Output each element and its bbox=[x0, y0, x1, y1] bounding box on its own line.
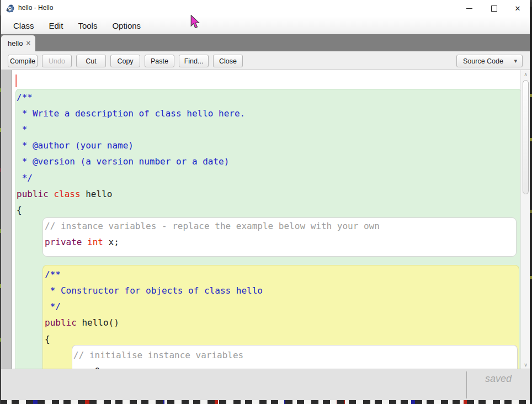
breakpoint-gutter[interactable] bbox=[1, 70, 12, 369]
tab-hello[interactable]: hello ✕ bbox=[1, 35, 35, 51]
code-line[interactable]: // instance variables - replace the exam… bbox=[45, 218, 380, 234]
code-segment: class bbox=[54, 189, 86, 199]
code-segment: * Constructor for objects of class hello bbox=[45, 285, 263, 296]
menu-tools[interactable]: Tools bbox=[78, 21, 97, 30]
code-line[interactable]: private int x; bbox=[45, 234, 119, 250]
close-window-button[interactable]: ✕ bbox=[509, 0, 526, 17]
scroll-down-icon[interactable]: ∨ bbox=[521, 361, 530, 368]
code-segment: hello() bbox=[82, 317, 119, 328]
maximize-button[interactable] bbox=[485, 0, 503, 17]
menu-edit[interactable]: Edit bbox=[49, 21, 63, 30]
minimize-icon bbox=[466, 8, 472, 9]
code-line[interactable]: * @version (a version number or a date) bbox=[17, 153, 229, 169]
cut-button[interactable]: Cut bbox=[76, 55, 106, 67]
scrollbar-thumb[interactable] bbox=[523, 80, 529, 194]
code-segment: * @author (your name) bbox=[17, 140, 134, 151]
code-segment: // instance variables - replace the exam… bbox=[45, 221, 380, 231]
code-editor[interactable]: /** * Write a description of class hello… bbox=[1, 70, 530, 369]
menu-options[interactable]: Options bbox=[112, 21, 141, 30]
window-title: hello - Hello bbox=[18, 4, 53, 12]
code-segment: public bbox=[17, 189, 54, 199]
code-line[interactable]: { bbox=[17, 202, 22, 218]
code-segment: int bbox=[87, 237, 109, 247]
status-bar: saved bbox=[1, 369, 530, 400]
minimize-button[interactable] bbox=[460, 0, 478, 17]
find-button[interactable]: Find... bbox=[179, 55, 209, 67]
bluej-app-icon bbox=[6, 4, 15, 13]
code-segment: { bbox=[17, 205, 22, 215]
code-segment: /** bbox=[45, 269, 61, 280]
code-segment: private bbox=[45, 237, 87, 247]
copy-button[interactable]: Copy bbox=[110, 55, 140, 67]
scroll-up-icon[interactable]: ∧ bbox=[521, 71, 530, 78]
code-line[interactable]: */ bbox=[45, 299, 61, 315]
compile-button[interactable]: Compile bbox=[8, 55, 38, 67]
code-segment: public bbox=[45, 317, 82, 328]
bluej-editor-window: hello - Hello ✕ Class Edit Tools Options… bbox=[1, 0, 530, 400]
code-segment: * @version (a version number or a date) bbox=[17, 156, 229, 167]
toolbar: Compile Undo Cut Copy Paste Find... Clos… bbox=[1, 51, 530, 70]
code-segment: x; bbox=[109, 237, 119, 247]
code-line[interactable]: */ bbox=[17, 170, 33, 186]
code-segment: * bbox=[17, 124, 27, 135]
code-line[interactable]: public class hello bbox=[17, 186, 112, 202]
code-line[interactable]: * Constructor for objects of class hello bbox=[45, 283, 263, 299]
background-artifact-bottom bbox=[0, 400, 532, 404]
save-status-label: saved bbox=[485, 373, 512, 385]
title-bar[interactable]: hello - Hello ✕ bbox=[1, 0, 530, 17]
code-line[interactable]: * Write a description of class hello her… bbox=[17, 105, 245, 121]
code-line[interactable]: public hello() bbox=[45, 315, 119, 331]
code-line[interactable]: * bbox=[17, 121, 27, 137]
screen: hello - Hello ✕ Class Edit Tools Options… bbox=[0, 0, 532, 404]
text-caret bbox=[15, 75, 17, 87]
vertical-scrollbar[interactable]: ∧ ∨ bbox=[520, 70, 530, 369]
background-artifact-right bbox=[530, 0, 532, 404]
code-segment: { bbox=[45, 334, 50, 344]
code-segment: */ bbox=[17, 173, 33, 183]
code-segment: /** bbox=[17, 92, 33, 103]
tab-close-icon[interactable]: ✕ bbox=[26, 40, 31, 46]
menu-bar: Class Edit Tools Options bbox=[1, 17, 530, 34]
code-segment: * Write a description of class hello her… bbox=[17, 108, 245, 119]
code-segment: hello bbox=[86, 189, 112, 199]
code-line[interactable]: /** bbox=[45, 267, 61, 283]
undo-button: Undo bbox=[42, 55, 72, 67]
view-selector-value: Source Code bbox=[463, 57, 514, 65]
code-line[interactable]: * @author (your name) bbox=[17, 137, 134, 153]
chevron-down-icon: ▾ bbox=[514, 57, 517, 65]
status-divider bbox=[466, 371, 467, 398]
paste-button[interactable]: Paste bbox=[145, 55, 174, 67]
close-file-button[interactable]: Close bbox=[213, 55, 243, 67]
code-line[interactable]: // initialise instance variables bbox=[73, 347, 243, 363]
view-selector-dropdown[interactable]: Source Code ▾ bbox=[456, 55, 523, 67]
tab-bar: hello ✕ bbox=[1, 34, 530, 51]
mouse-cursor bbox=[190, 15, 200, 30]
code-line[interactable]: x = 0; bbox=[73, 363, 105, 369]
tab-label: hello bbox=[8, 39, 26, 47]
code-line[interactable]: /** bbox=[17, 89, 33, 105]
code-line[interactable]: { bbox=[45, 331, 50, 347]
close-icon: ✕ bbox=[515, 5, 521, 12]
maximize-icon bbox=[491, 6, 497, 12]
code-segment: // initialise instance variables bbox=[73, 350, 243, 360]
menu-class[interactable]: Class bbox=[13, 21, 34, 30]
code-segment: */ bbox=[45, 301, 61, 312]
